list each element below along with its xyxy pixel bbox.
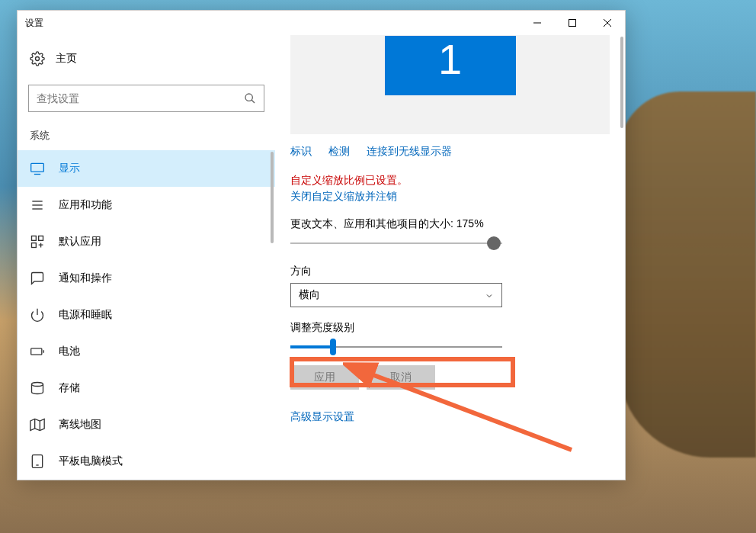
apply-label: 应用 — [314, 371, 335, 384]
window-controls — [520, 11, 625, 35]
slider-thumb[interactable] — [330, 339, 336, 355]
display-arrangement[interactable]: 1 — [290, 35, 610, 134]
notifications-icon — [30, 271, 45, 286]
search-icon — [244, 92, 256, 104]
button-row: 应用 取消 — [290, 365, 610, 390]
tablet-icon — [30, 454, 45, 469]
sidebar-item-label: 电池 — [59, 345, 80, 358]
sidebar-item-storage[interactable]: 存储 — [18, 370, 275, 406]
orientation-value: 横向 — [299, 288, 320, 302]
content-area: 1 标识 检测 连接到无线显示器 自定义缩放比例已设置。 关闭自定义缩放并注销 … — [275, 35, 625, 480]
titlebar: 设置 — [18, 11, 625, 35]
svg-rect-22 — [32, 455, 42, 468]
sidebar-item-offline-maps[interactable]: 离线地图 — [18, 406, 275, 443]
svg-rect-1 — [569, 20, 576, 27]
sidebar-item-notifications[interactable]: 通知和操作 — [18, 260, 275, 297]
sidebar-item-label: 平板电脑模式 — [59, 454, 123, 468]
sidebar-item-label: 显示 — [59, 162, 80, 175]
sidebar-item-label: 离线地图 — [59, 418, 101, 432]
close-icon — [604, 19, 611, 27]
home-button[interactable]: 主页 — [18, 45, 275, 72]
sidebar-item-tablet-mode[interactable]: 平板电脑模式 — [18, 443, 275, 480]
custom-scale-warning: 自定义缩放比例已设置。 — [290, 174, 610, 188]
window-title: 设置 — [25, 17, 43, 30]
nav-list: 显示 应用和功能 默认应用 通知和操作 电源和睡眠 — [18, 150, 275, 480]
sidebar-item-label: 通知和操作 — [59, 271, 112, 285]
sidebar: 主页 系统 显示 应用和功能 默认 — [18, 35, 275, 480]
apps-icon — [30, 197, 45, 213]
cancel-button[interactable]: 取消 — [367, 365, 435, 390]
svg-point-5 — [245, 94, 252, 101]
sidebar-item-label: 存储 — [59, 381, 80, 395]
monitor-1[interactable]: 1 — [385, 35, 516, 95]
map-icon — [30, 417, 45, 432]
svg-rect-14 — [32, 243, 37, 248]
sidebar-item-label: 电源和睡眠 — [59, 308, 112, 322]
svg-rect-16 — [31, 348, 42, 355]
svg-point-4 — [36, 57, 40, 61]
close-button[interactable] — [590, 11, 625, 35]
apply-button[interactable]: 应用 — [290, 365, 359, 390]
slider-fill — [290, 345, 333, 348]
default-apps-icon — [30, 234, 45, 249]
cancel-label: 取消 — [390, 371, 412, 384]
monitor-number: 1 — [438, 35, 462, 84]
svg-line-6 — [251, 100, 255, 103]
storage-icon — [30, 380, 45, 396]
sidebar-item-power[interactable]: 电源和睡眠 — [18, 297, 275, 333]
sidebar-item-label: 应用和功能 — [59, 198, 112, 212]
scale-slider[interactable] — [290, 236, 502, 251]
power-icon — [30, 307, 45, 323]
maximize-button[interactable] — [555, 11, 590, 35]
section-label: 系统 — [18, 129, 275, 150]
sidebar-item-apps[interactable]: 应用和功能 — [18, 187, 275, 223]
maximize-icon — [569, 19, 576, 27]
search-box[interactable] — [28, 85, 264, 112]
minimize-button[interactable] — [520, 11, 555, 35]
svg-rect-12 — [32, 236, 37, 241]
orientation-dropdown[interactable]: 横向 — [290, 283, 502, 307]
svg-rect-7 — [31, 163, 44, 172]
desktop-background-rock — [619, 92, 756, 458]
reset-scale-link[interactable]: 关闭自定义缩放并注销 — [290, 190, 397, 202]
brightness-slider[interactable] — [290, 339, 502, 355]
identify-link[interactable]: 标识 — [290, 145, 312, 159]
detect-link[interactable]: 检测 — [328, 145, 350, 159]
sidebar-item-default-apps[interactable]: 默认应用 — [18, 223, 275, 260]
gear-icon — [30, 51, 45, 66]
display-icon — [30, 161, 45, 176]
scale-label: 更改文本、应用和其他项目的大小: 175% — [290, 217, 610, 231]
settings-window: 设置 主页 — [17, 10, 626, 480]
search-input[interactable] — [37, 92, 244, 104]
sidebar-item-display[interactable]: 显示 — [18, 150, 275, 187]
slider-track — [290, 242, 502, 244]
minimize-icon — [533, 19, 541, 27]
display-links: 标识 检测 连接到无线显示器 — [290, 145, 610, 159]
wireless-display-link[interactable]: 连接到无线显示器 — [367, 145, 452, 159]
sidebar-item-battery[interactable]: 电池 — [18, 333, 275, 370]
home-label: 主页 — [56, 52, 77, 66]
battery-icon — [30, 344, 45, 359]
advanced-display-link[interactable]: 高级显示设置 — [290, 410, 354, 422]
chevron-down-icon — [485, 291, 494, 300]
slider-thumb[interactable] — [487, 236, 501, 250]
svg-point-18 — [32, 383, 43, 387]
sidebar-item-label: 默认应用 — [59, 235, 101, 249]
brightness-label: 调整亮度级别 — [290, 321, 610, 335]
svg-marker-19 — [30, 419, 44, 431]
orientation-label: 方向 — [290, 265, 610, 278]
svg-rect-13 — [39, 236, 43, 241]
